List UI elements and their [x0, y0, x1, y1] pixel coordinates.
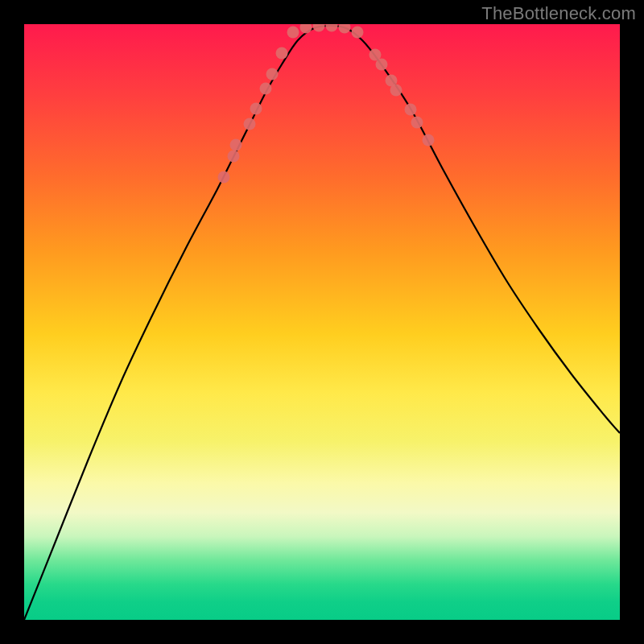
data-point [300, 24, 312, 34]
data-point [244, 118, 256, 130]
data-point [250, 103, 262, 115]
data-point [423, 134, 435, 147]
data-point [260, 83, 272, 95]
chart-svg [24, 24, 620, 620]
bottleneck-curve [24, 26, 620, 620]
data-markers [218, 24, 435, 184]
data-point [411, 117, 423, 129]
data-point [326, 24, 338, 32]
data-point [339, 24, 351, 34]
data-point [405, 104, 417, 116]
data-point [218, 171, 230, 184]
data-point [230, 139, 242, 151]
plot-area [24, 24, 620, 620]
data-point [266, 68, 279, 80]
data-point [228, 151, 240, 163]
data-point [276, 47, 288, 60]
data-point [352, 27, 364, 39]
data-point [390, 85, 402, 97]
data-point [313, 24, 325, 32]
data-point [287, 27, 299, 39]
outer-frame: TheBottleneck.com [0, 0, 644, 644]
data-point [376, 59, 388, 71]
watermark-text: TheBottleneck.com [481, 3, 636, 24]
